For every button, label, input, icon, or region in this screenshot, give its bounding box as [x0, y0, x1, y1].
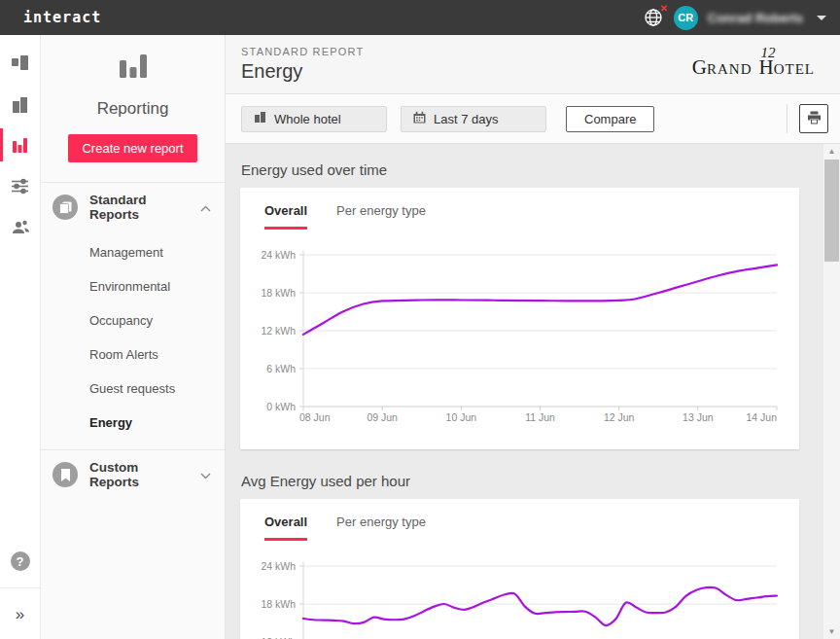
reporting-icon	[116, 68, 151, 85]
user-menu-button[interactable]	[813, 16, 826, 20]
scroll-down-arrow[interactable]: ▼	[823, 624, 840, 639]
language-globe-button[interactable]: ✕	[643, 7, 664, 28]
tab-per-energy-type[interactable]: Per energy type	[336, 515, 426, 541]
svg-text:13 Jun: 13 Jun	[682, 411, 714, 423]
svg-text:12 Jun: 12 Jun	[604, 411, 635, 423]
nav-rail: ? »	[0, 35, 41, 639]
users-icon	[11, 217, 30, 236]
sidebar-item-guest-requests[interactable]: Guest requests	[41, 372, 225, 406]
line-chart-avg-energy-per-hour: 12 kWh18 kWh24 kWh	[255, 554, 785, 639]
brand-text: RAND	[707, 61, 752, 78]
property-filter-button[interactable]: Whole hotel	[241, 106, 387, 132]
svg-text:14 Jun: 14 Jun	[746, 411, 777, 423]
chart-card-energy-over-time: Overall Per energy type 0 kWh6 kWh12 kWh…	[240, 188, 799, 449]
bar-chart-icon	[11, 136, 29, 155]
date-range-value: Last 7 days	[434, 112, 499, 126]
svg-text:18 kWh: 18 kWh	[261, 598, 296, 610]
globe-alert-badge: ✕	[659, 3, 667, 14]
rail-item-controls[interactable]	[0, 165, 41, 206]
chart-tabs: Overall Per energy type	[255, 188, 785, 230]
rail-item-users[interactable]	[0, 206, 41, 247]
svg-text:18 kWh: 18 kWh	[261, 287, 296, 299]
rail-item-help[interactable]: ?	[0, 541, 41, 582]
print-button[interactable]	[799, 104, 828, 133]
report-nav: Standard Reports Management Environmenta…	[41, 182, 225, 499]
chart-card-avg-energy-per-hour: Overall Per energy type 12 kWh18 kWh24 k…	[240, 499, 799, 639]
standard-reports-icon	[52, 195, 78, 220]
svg-text:12 kWh: 12 kWh	[261, 636, 296, 639]
property-filter-value: Whole hotel	[274, 112, 341, 126]
brand-flourish: 12	[761, 45, 776, 61]
line-chart-energy-over-time: 0 kWh6 kWh12 kWh18 kWh24 kWh08 Jun09 Jun…	[255, 243, 785, 434]
calendar-icon	[413, 111, 426, 126]
svg-text:0 kWh: 0 kWh	[266, 401, 296, 412]
group-label: Custom Reports	[89, 460, 189, 489]
report-type-label: STANDARD REPORT	[241, 46, 364, 57]
svg-text:24 kWh: 24 kWh	[261, 249, 296, 261]
section-title: Energy used over time	[241, 161, 800, 178]
help-icon: ?	[11, 551, 30, 571]
page-title: Energy	[241, 60, 364, 83]
rail-item-reporting[interactable]	[0, 124, 41, 165]
sidebar-item-management[interactable]: Management	[41, 235, 225, 269]
dashboard-icon	[11, 54, 29, 73]
sidebar: Reporting Create new report Standard Rep…	[41, 35, 226, 639]
sidebar-item-room-alerts[interactable]: Room Alerts	[41, 337, 225, 372]
create-new-report-button[interactable]: Create new report	[68, 134, 196, 162]
svg-text:11 Jun: 11 Jun	[525, 411, 555, 423]
filter-bar: Whole hotel Last 7 days Compare	[226, 94, 840, 144]
main-panel: STANDARD REPORT Energy GRAND12HOTEL Whol…	[226, 35, 840, 639]
tab-overall[interactable]: Overall	[264, 203, 307, 230]
brand-text: G	[692, 55, 707, 80]
tab-per-energy-type[interactable]: Per energy type	[336, 203, 426, 230]
rail-divider	[0, 587, 41, 588]
chevron-down-icon	[200, 466, 211, 483]
chevron-down-icon	[817, 16, 826, 20]
expand-sidebar-button[interactable]: »	[0, 594, 41, 635]
scrollbar-thumb[interactable]	[824, 160, 839, 262]
scroll-up-arrow[interactable]: ▲	[823, 144, 840, 159]
svg-text:24 kWh: 24 kWh	[261, 560, 296, 572]
group-custom-reports[interactable]: Custom Reports	[41, 449, 225, 499]
building-small-icon	[254, 111, 266, 126]
sidebar-title: Reporting	[41, 99, 225, 119]
svg-text:10 Jun: 10 Jun	[446, 411, 477, 423]
user-name: Conrad Roberts	[708, 11, 803, 25]
compare-button[interactable]: Compare	[566, 106, 654, 132]
svg-text:09 Jun: 09 Jun	[367, 411, 398, 423]
building-icon	[11, 95, 29, 114]
divider	[787, 104, 788, 133]
page-header: STANDARD REPORT Energy GRAND12HOTEL	[226, 35, 840, 94]
rail-item-dashboard[interactable]	[0, 43, 41, 84]
vertical-scrollbar: ▲ ▼	[823, 144, 840, 639]
sliders-icon	[11, 177, 29, 195]
sidebar-item-environmental[interactable]: Environmental	[41, 269, 225, 303]
svg-text:6 kWh: 6 kWh	[266, 363, 296, 374]
tab-overall[interactable]: Overall	[264, 515, 307, 541]
top-bar: interact ✕ CR Conrad Roberts	[0, 0, 840, 35]
svg-text:08 Jun: 08 Jun	[299, 411, 331, 423]
sidebar-item-occupancy[interactable]: Occupancy	[41, 303, 225, 337]
group-standard-reports[interactable]: Standard Reports	[41, 182, 225, 231]
globe-icon	[643, 15, 664, 31]
double-chevron-right-icon: »	[16, 605, 24, 624]
group-label: Standard Reports	[89, 193, 189, 222]
custom-reports-icon	[52, 462, 78, 487]
rail-item-building[interactable]	[0, 84, 41, 124]
sidebar-item-energy[interactable]: Energy	[41, 406, 225, 440]
brand-text: OTEL	[774, 61, 815, 78]
printer-icon	[807, 111, 822, 127]
date-range-filter-button[interactable]: Last 7 days	[401, 106, 546, 132]
app-root: interact ✕ CR Conrad Roberts	[0, 0, 840, 639]
interact-logo: interact	[23, 9, 101, 26]
svg-text:12 kWh: 12 kWh	[261, 325, 296, 337]
section-title: Avg Energy used per hour	[241, 473, 800, 489]
chart-tabs: Overall Per energy type	[255, 499, 785, 541]
hotel-brand-logo: GRAND12HOTEL	[692, 50, 815, 80]
avatar[interactable]: CR	[674, 6, 698, 30]
chevron-up-icon	[200, 198, 211, 216]
report-content: Energy used over time Overall Per energy…	[226, 144, 840, 639]
